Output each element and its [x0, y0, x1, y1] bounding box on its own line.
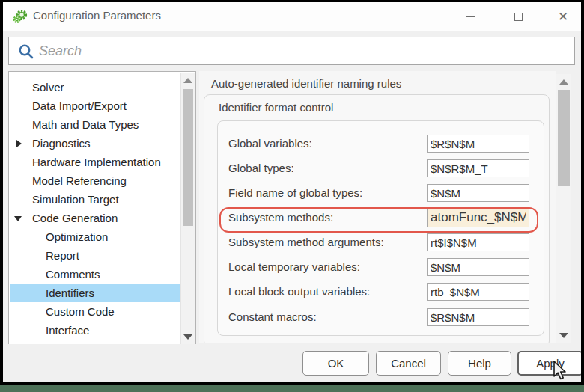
global-variables-input[interactable] [427, 135, 529, 153]
field-name-of-global-types-input[interactable] [427, 184, 529, 202]
collapsed-arrow-icon[interactable] [16, 140, 22, 147]
scroll-down-icon[interactable] [183, 334, 192, 340]
field-row-subsystem-methods: Subsystem methods: [218, 208, 545, 227]
title-bar[interactable]: Configuration Parameters ✕ [3, 2, 581, 31]
local-block-output-variables-input[interactable] [427, 283, 529, 301]
sidebar-item-interface[interactable]: Interface [10, 321, 182, 340]
panel-scrollbar-thumb[interactable] [558, 90, 570, 186]
constant-macros-input[interactable] [427, 308, 529, 326]
search-box[interactable] [8, 37, 575, 65]
sidebar-item-comments[interactable]: Comments [10, 265, 182, 284]
panel-scrollbar[interactable] [556, 74, 571, 343]
sidebar-item-code-generation[interactable]: Code Generation [10, 209, 182, 227]
field-row-global-variables: Global variables: [218, 134, 545, 153]
category-tree: Solver Data Import/Export Math and Data … [8, 71, 196, 346]
maximize-button[interactable] [502, 2, 535, 31]
button-bar: OK Cancel Help Apply [3, 344, 581, 382]
scroll-up-icon[interactable] [559, 79, 568, 85]
field-row-local-block-output-variables: Local block output variables: [218, 282, 545, 301]
panel-heading: Auto-generated identifier naming rules [211, 77, 401, 90]
sidebar-item-custom-code[interactable]: Custom Code [10, 302, 182, 321]
expanded-arrow-icon[interactable] [14, 216, 22, 221]
window-title: Configuration Parameters [33, 9, 161, 22]
maximize-icon [514, 13, 523, 21]
cancel-button[interactable]: Cancel [376, 351, 441, 376]
minimize-button[interactable] [454, 2, 487, 31]
group-title: Identifier format control [219, 101, 333, 114]
sidebar-item-diagnostics[interactable]: Diagnostics [10, 134, 182, 153]
local-temporary-variables-input[interactable] [427, 258, 529, 276]
global-types-input[interactable] [427, 159, 529, 177]
search-icon [18, 43, 34, 60]
tree-scrollbar-thumb[interactable] [183, 89, 193, 226]
minimize-icon [466, 16, 475, 18]
tree-scrollbar[interactable] [180, 73, 195, 345]
sidebar-item-model-referencing[interactable]: Model Referencing [10, 171, 182, 190]
subsystem-methods-input[interactable] [427, 208, 529, 227]
field-row-subsystem-method-arguments: Subsystem method arguments: [218, 233, 545, 252]
search-input[interactable] [39, 39, 563, 63]
sidebar-item-math-and-data-types[interactable]: Math and Data Types [10, 115, 182, 134]
help-button[interactable]: Help [448, 351, 511, 376]
sidebar-item-identifiers[interactable]: Identifiers [10, 284, 182, 302]
field-row-local-temporary-variables: Local temporary variables: [218, 257, 545, 277]
sidebar-item-simulation-target[interactable]: Simulation Target [10, 190, 182, 209]
sidebar-item-optimization[interactable]: Optimization [10, 227, 182, 246]
settings-panel: Auto-generated identifier naming rules I… [199, 71, 556, 343]
sidebar-item-solver[interactable]: Solver [10, 78, 182, 97]
configuration-parameters-dialog: Configuration Parameters ✕ Solver Data I… [3, 2, 581, 382]
ok-button[interactable]: OK [302, 351, 369, 376]
close-button[interactable]: ✕ [547, 2, 580, 31]
desktop-background: Configuration Parameters ✕ Solver Data I… [0, 0, 584, 392]
config-gears-icon [12, 9, 28, 25]
scroll-down-icon[interactable] [559, 333, 568, 338]
naming-rules-fieldset: Global variables: Global types: Field na… [217, 120, 544, 336]
field-row-global-types: Global types: [218, 159, 545, 178]
desktop-green-strip [0, 385, 584, 392]
subsystem-method-arguments-input[interactable] [427, 233, 529, 251]
field-row-constant-macros: Constant macros: [218, 307, 545, 327]
sidebar-item-report[interactable]: Report [10, 246, 182, 265]
scroll-up-icon[interactable] [183, 78, 192, 83]
apply-button[interactable]: Apply [517, 351, 581, 376]
sidebar-item-hardware-implementation[interactable]: Hardware Implementation [10, 153, 182, 171]
close-icon: ✕ [558, 10, 568, 23]
field-row-field-name-of-global-types: Field name of global types: [218, 183, 545, 203]
sidebar-item-data-import-export[interactable]: Data Import/Export [10, 97, 182, 115]
